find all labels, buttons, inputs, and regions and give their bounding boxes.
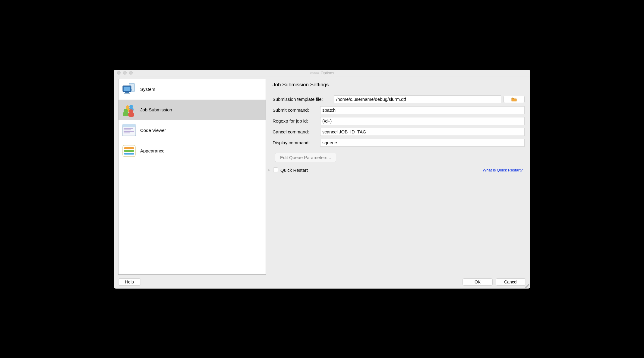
sidebar-item-label: Job Submission xyxy=(140,107,172,112)
svg-rect-19 xyxy=(124,133,130,133)
svg-rect-3 xyxy=(124,87,130,91)
label-display-command: Display command: xyxy=(273,140,318,145)
svg-rect-4 xyxy=(125,92,129,93)
help-button[interactable]: Help xyxy=(118,278,141,286)
svg-point-1 xyxy=(131,89,132,91)
jobs-icon xyxy=(122,102,137,117)
ok-button[interactable]: OK xyxy=(462,278,493,286)
minimize-icon[interactable] xyxy=(123,71,127,75)
appearance-icon xyxy=(122,143,137,158)
svg-rect-13 xyxy=(128,113,134,117)
input-cancel-command[interactable] xyxy=(320,128,525,136)
row-submit-command: Submit command: xyxy=(273,106,525,114)
input-display-command[interactable] xyxy=(320,139,525,147)
svg-rect-23 xyxy=(124,153,134,155)
label-submit-command: Submit command: xyxy=(273,107,318,113)
sidebar-item-code-viewer[interactable]: Code Viewer xyxy=(118,120,266,141)
cancel-button[interactable]: Cancel xyxy=(496,278,526,286)
system-icon xyxy=(122,82,137,97)
sidebar-item-appearance[interactable]: Appearance xyxy=(118,141,266,161)
svg-rect-11 xyxy=(123,112,129,116)
row-template-file: Submission template file: xyxy=(273,95,525,103)
input-template-file[interactable] xyxy=(334,95,501,103)
svg-rect-16 xyxy=(124,128,133,129)
input-regex-jobid[interactable] xyxy=(320,117,525,125)
svg-rect-17 xyxy=(124,129,131,130)
traffic-lights xyxy=(114,71,133,75)
svg-rect-5 xyxy=(124,93,130,94)
quick-restart-label: Quick Restart xyxy=(280,168,308,173)
viewer-icon xyxy=(122,123,137,138)
browse-button[interactable] xyxy=(504,96,525,103)
sidebar-item-system[interactable]: System xyxy=(118,79,266,100)
quick-restart-checkbox[interactable] xyxy=(273,168,278,172)
panel-heading: Job Submission Settings xyxy=(273,82,525,90)
settings-panel: Job Submission Settings Submission templ… xyxy=(273,79,526,275)
resize-grip[interactable] xyxy=(525,284,529,288)
folder-icon xyxy=(511,97,517,101)
row-regex-jobid: Regexp for job id: xyxy=(273,117,525,125)
close-icon[interactable] xyxy=(117,71,121,75)
svg-rect-15 xyxy=(122,124,136,127)
app-logo-icon: arm FORGE xyxy=(310,72,320,74)
sidebar-item-label: Appearance xyxy=(140,148,165,153)
zoom-icon[interactable] xyxy=(129,71,133,75)
row-cancel-command: Cancel command: xyxy=(273,128,525,136)
label-cancel-command: Cancel command: xyxy=(273,129,318,134)
options-window: arm FORGE Options xyxy=(114,70,530,289)
sidebar-item-label: System xyxy=(140,87,155,92)
splitter-handle[interactable] xyxy=(268,169,270,171)
quick-restart-help-link[interactable]: What is Quick Restart? xyxy=(483,168,525,172)
label-regex-jobid: Regexp for job id: xyxy=(273,118,318,123)
sidebar-item-label: Code Viewer xyxy=(140,128,166,133)
window-title: Options xyxy=(320,71,334,75)
titlebar[interactable]: arm FORGE Options xyxy=(114,70,530,76)
sidebar-item-job-submission[interactable]: Job Submission xyxy=(118,100,266,120)
category-sidebar: System xyxy=(118,79,266,275)
label-template-file: Submission template file: xyxy=(273,97,332,102)
svg-rect-18 xyxy=(124,131,134,132)
input-submit-command[interactable] xyxy=(320,106,525,114)
dialog-footer: Help OK Cancel xyxy=(118,278,526,286)
edit-queue-parameters-button[interactable]: Edit Queue Parameters... xyxy=(275,153,336,162)
svg-rect-21 xyxy=(124,147,134,149)
svg-rect-22 xyxy=(124,150,134,152)
row-display-command: Display command: xyxy=(273,139,525,147)
